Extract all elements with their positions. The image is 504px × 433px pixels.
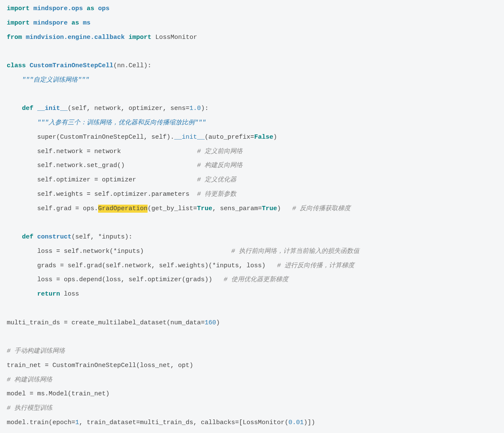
comment: # 反向传播获取梯度 — [292, 205, 351, 212]
statement: ) — [277, 205, 281, 212]
docstring: """自定义训练网络""" — [22, 77, 89, 84]
statement: self.grad = ops. — [37, 205, 98, 212]
import-name: LossMonitor — [155, 34, 197, 41]
module-name: mindspore — [33, 19, 68, 27]
signature: (self, *inputs): — [71, 233, 132, 241]
comment: # 进行反向传播，计算梯度 — [277, 262, 354, 269]
highlighted-identifier: GradOperation — [98, 205, 148, 213]
statement: ) — [273, 134, 277, 141]
python-code-block: import mindspore.ops as ops import minds… — [0, 0, 504, 433]
docstring: """入参有三个：训练网络，优化器和反向传播缩放比例""" — [37, 119, 206, 126]
keyword-class: class — [7, 62, 26, 69]
statement: self.weights = self.optimizer.parameters — [37, 191, 189, 198]
keyword-import: import — [7, 19, 30, 27]
statement: train_net = CustomTrainOneStepCell(loss_… — [7, 362, 193, 369]
statement: self.network.set_grad() — [37, 162, 125, 169]
module-name: mindspore.ops — [33, 5, 83, 12]
statement: model = ms.Model(train_net) — [7, 390, 110, 397]
statement: , sens_param= — [212, 205, 262, 212]
number-literal: 1 — [75, 419, 79, 426]
keyword-def: def — [22, 105, 33, 112]
signature: (self, network, optimizer, sens= — [68, 105, 189, 112]
method-name: construct — [37, 233, 71, 241]
class-name: CustomTrainOneStepCell — [30, 62, 113, 69]
alias: ops — [98, 5, 110, 12]
bool-literal: True — [197, 205, 212, 212]
statement: (get_by_list= — [148, 205, 197, 212]
statement: self.optimizer = optimizer — [37, 176, 136, 184]
method-name: __init__ — [37, 105, 68, 112]
statement: model.train(epoch= — [7, 419, 75, 426]
number-literal: 160 — [205, 319, 216, 326]
statement: , train_dataset=multi_train_ds, callback… — [79, 419, 288, 426]
statement: loss = self.network(*inputs) — [37, 248, 144, 255]
keyword-from: from — [7, 34, 22, 41]
comment: # 定义优化器 — [197, 176, 236, 184]
alias: ms — [83, 19, 90, 27]
dunder: __init__ — [174, 134, 205, 141]
statement: ) — [216, 319, 220, 326]
keyword-import: import — [129, 34, 151, 41]
statement: loss — [60, 290, 79, 298]
statement: grads = self.grad(self.network, self.wei… — [37, 262, 266, 269]
statement: super(CustomTrainOneStepCell, self). — [37, 134, 174, 141]
keyword-as: as — [87, 5, 94, 12]
keyword-return: return — [37, 290, 60, 298]
comment: # 构建反向网络 — [197, 162, 243, 169]
comment: # 定义前向网络 — [197, 148, 243, 155]
number-literal: 0.01 — [288, 419, 304, 426]
comment: # 构建训练网络 — [7, 376, 52, 384]
comment: # 执行模型训练 — [7, 405, 52, 412]
comment: # 执行前向网络，计算当前输入的损失函数值 — [231, 248, 359, 255]
module-name: mindvision.engine.callback — [26, 34, 125, 41]
bool-literal: True — [262, 205, 277, 212]
keyword-as: as — [71, 19, 79, 27]
statement: multi_train_ds = create_multilabel_datas… — [7, 319, 205, 326]
comment: # 待更新参数 — [197, 191, 236, 198]
bool-literal: False — [254, 134, 273, 141]
comment: # 使用优化器更新梯度 — [224, 276, 288, 283]
signature: ): — [201, 105, 208, 112]
comment: # 手动构建训练网络 — [7, 348, 65, 355]
class-bases: (nn.Cell): — [113, 62, 151, 69]
statement: (auto_prefix= — [205, 134, 254, 141]
keyword-import: import — [7, 5, 30, 12]
statement: )]) — [304, 419, 315, 426]
default-value: 1.0 — [189, 105, 201, 112]
statement: loss = ops.depend(loss, self.optimizer(g… — [37, 276, 212, 283]
statement: self.network = network — [37, 148, 121, 155]
keyword-def: def — [22, 233, 33, 241]
